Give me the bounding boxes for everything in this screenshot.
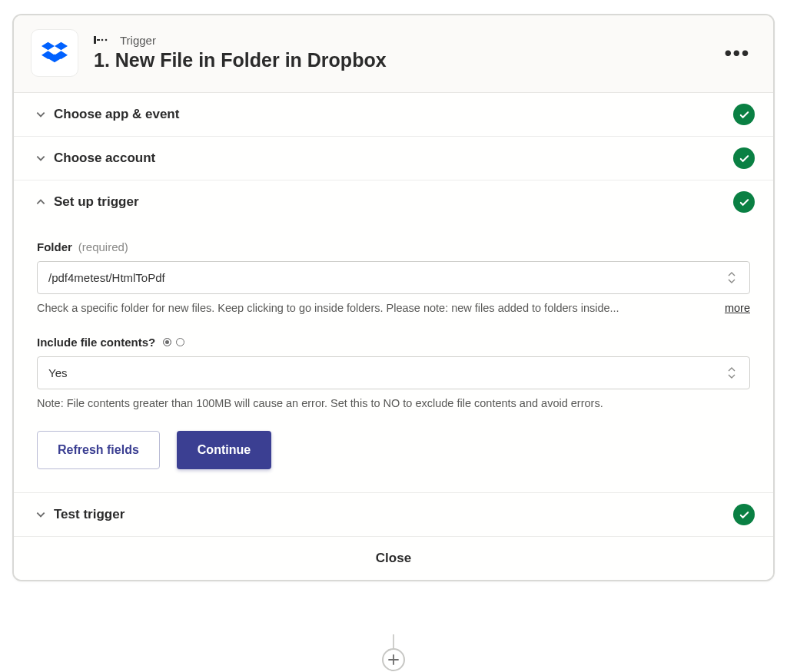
include-label: Include file contents?	[37, 336, 155, 349]
check-complete-icon	[733, 104, 755, 125]
folder-select[interactable]: /pdf4metest/HtmlToPdf	[37, 261, 750, 294]
stepper-icon	[725, 366, 739, 379]
svg-marker-0	[42, 42, 55, 51]
svg-marker-1	[55, 42, 68, 51]
field-type-radio-pair[interactable]	[163, 338, 184, 346]
trigger-type-label: Trigger	[120, 34, 156, 47]
svg-rect-6	[97, 39, 100, 41]
svg-rect-5	[94, 36, 96, 44]
section-title: Choose account	[54, 151, 733, 166]
trigger-glyph-icon	[94, 35, 112, 45]
required-label: (required)	[78, 240, 128, 253]
stepper-icon	[725, 271, 739, 284]
section-setup-trigger[interactable]: Set up trigger	[14, 180, 773, 223]
section-title: Set up trigger	[54, 194, 733, 210]
action-buttons: Refresh fields Continue	[37, 431, 750, 469]
header-text: Trigger 1. New File in Folder in Dropbox	[94, 34, 720, 72]
setup-trigger-body: Folder (required) /pdf4metest/HtmlToPdf …	[14, 223, 773, 493]
include-select[interactable]: Yes	[37, 356, 750, 389]
refresh-fields-button[interactable]: Refresh fields	[37, 431, 160, 469]
folder-help-more-link[interactable]: more	[725, 302, 750, 314]
include-note: Note: File contents greater than 100MB w…	[37, 397, 750, 409]
step-panel: Trigger 1. New File in Folder in Dropbox…	[12, 14, 775, 581]
check-complete-icon	[733, 191, 755, 213]
radio-selected-icon	[163, 338, 171, 346]
section-choose-account[interactable]: Choose account	[14, 137, 773, 180]
chevron-down-icon	[32, 153, 49, 164]
field-folder: Folder (required) /pdf4metest/HtmlToPdf …	[37, 240, 750, 314]
folder-label: Folder	[37, 240, 72, 253]
connector-line	[393, 634, 394, 650]
svg-point-8	[105, 39, 108, 41]
panel-title: 1. New File in Folder in Dropbox	[94, 48, 720, 72]
include-value: Yes	[48, 366, 725, 379]
chevron-down-icon	[32, 509, 49, 520]
plus-icon	[388, 654, 399, 665]
app-icon-box	[31, 29, 78, 77]
check-complete-icon	[733, 147, 755, 169]
section-choose-app-event[interactable]: Choose app & event	[14, 93, 773, 137]
section-title: Test trigger	[54, 507, 733, 522]
radio-unselected-icon	[176, 338, 184, 346]
chevron-up-icon	[32, 197, 49, 207]
continue-button[interactable]: Continue	[177, 431, 271, 469]
field-include-contents: Include file contents? Yes Note: File co…	[37, 336, 750, 409]
section-test-trigger[interactable]: Test trigger	[14, 493, 773, 537]
close-button[interactable]: Close	[14, 537, 773, 580]
dropbox-icon	[42, 41, 68, 65]
folder-help-text: Check a specific folder for new files. K…	[37, 302, 714, 314]
svg-point-7	[101, 39, 104, 41]
add-step-button[interactable]	[382, 648, 405, 671]
check-complete-icon	[733, 504, 755, 525]
chevron-down-icon	[32, 109, 49, 120]
more-menu-button[interactable]: •••	[720, 40, 755, 66]
section-title: Choose app & event	[54, 107, 733, 122]
panel-header: Trigger 1. New File in Folder in Dropbox…	[14, 15, 773, 93]
folder-value: /pdf4metest/HtmlToPdf	[48, 271, 725, 284]
